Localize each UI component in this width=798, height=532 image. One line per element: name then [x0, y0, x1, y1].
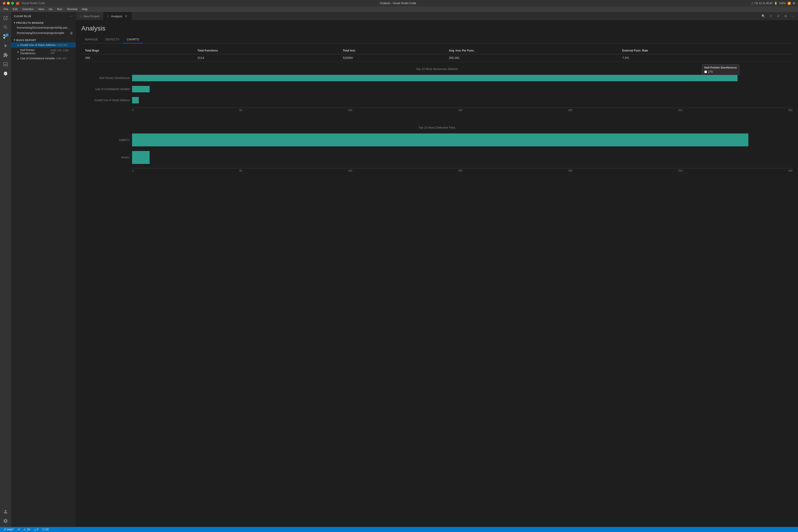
bar-fill-stack [132, 97, 139, 103]
more-actions-btn[interactable]: ··· [790, 13, 796, 19]
activity-search[interactable] [1, 23, 10, 32]
delete-icon[interactable]: 🗑 [70, 31, 73, 35]
menu-run[interactable]: Run [55, 7, 64, 11]
chevron-right-icon: ▶ [18, 51, 19, 53]
bar-fill-sqlite3 [132, 133, 748, 146]
menu-selection[interactable]: Selection [20, 7, 35, 11]
activity-run[interactable] [1, 41, 10, 50]
tab-new-project-icon: ◻ [79, 15, 81, 18]
chevron-right-icon: ▶ [18, 44, 19, 46]
bar-row-shell: /shell.c [132, 151, 793, 165]
status-errors[interactable]: ⚠ 1K [23, 528, 31, 531]
maximize-button[interactable] [11, 2, 14, 5]
activity-extensions[interactable] [1, 51, 10, 59]
sidebar-header-actions: ··· [68, 14, 73, 18]
status-sync[interactable]: ↺ [17, 528, 21, 531]
tab-new-project-label: New Project [83, 15, 99, 18]
refresh-btn[interactable]: ↺ [775, 13, 781, 19]
menu-edit[interactable]: Edit [11, 7, 19, 11]
bug-item-stack-address[interactable]: ▶ Invalid Use of Stack Address CWE-562 [11, 42, 76, 48]
search-editor-btn[interactable]: 🔍 [760, 13, 766, 19]
axis-label-200: 200 [568, 109, 572, 112]
menu-view[interactable]: View [36, 7, 46, 11]
bar-tooltip: Null Pointer Dereference 275 [702, 64, 739, 75]
bug-label-null: Null Pointer Dereference [20, 49, 50, 55]
tab-manage[interactable]: MANAGE [81, 36, 101, 43]
status-branch[interactable]: ⎇ main* [2, 528, 15, 531]
tab-analysis[interactable]: ◻ Analysis ✕ [103, 12, 132, 20]
tab-charts[interactable]: CHARTS [123, 36, 143, 43]
activity-bug[interactable] [1, 69, 10, 78]
bug-item-uninitialized[interactable]: ▶ Use of Uninitialized Variable CWE-457 [11, 56, 76, 61]
bar-label-stack: Invalid Use of Stack Address [81, 99, 130, 102]
menu-terminal[interactable]: Terminal [65, 7, 79, 11]
axis-label-250: 250 [678, 109, 682, 112]
chevron-down-icon: ▾ [14, 39, 16, 41]
bar-row-stack: Invalid Use of Stack Address [132, 96, 793, 104]
close-button[interactable] [3, 2, 5, 5]
menu-go[interactable]: Go [47, 7, 54, 11]
datetime: 二 7月 12 21:46:33 [751, 2, 772, 5]
bar-label-null-pointer: Null Pointer Dereference [81, 76, 130, 80]
main-layout: 6 CLEAR BLUE ··· [0, 12, 798, 527]
val-external-func: 7.2% [619, 54, 793, 62]
bugs-report-header[interactable]: ▾ BUGS REPORT [11, 38, 76, 42]
activity-account[interactable] [1, 508, 10, 516]
axis-label-150: 150 [458, 109, 462, 112]
sidebar: CLEAR BLUE ··· ▾ PROJECTS MANAGE /home/s… [11, 12, 76, 527]
titlebar-right: 二 7月 12 21:46:33 🔋 100% 📶 英 [751, 2, 795, 5]
activity-explorer[interactable] [1, 14, 10, 22]
split-editor-btn[interactable]: ⊞ [782, 13, 789, 19]
tooltip-title: Null Pointer Dereference [704, 66, 737, 69]
titlebar: 🍎 Visual Studio Code Analysis - Visual S… [0, 0, 798, 6]
bug-item-null-pointer[interactable]: ▶ Null Pointer Dereference CWE-476, CWE-… [11, 48, 76, 56]
analysis-content: Analysis MANAGE DEFECTS CHARTS Total Bug… [76, 20, 798, 527]
tab-bar: ◻ New Project ◻ Analysis ✕ 🔍 ↗ ↺ ⊞ ··· [76, 12, 798, 20]
tooltip-value: 275 [704, 70, 737, 73]
status-info[interactable]: ⓘ 63 [41, 528, 50, 532]
tab-analysis-close[interactable]: ✕ [124, 14, 128, 18]
col-avg-inst: Avg. Inst. Per Func. [445, 47, 619, 54]
tab-new-project[interactable]: ◻ New Project [76, 12, 103, 20]
axis-label-50: 50 [239, 169, 242, 172]
open-external-btn[interactable]: ↗ [767, 13, 774, 19]
tab-analysis-icon: ◻ [107, 15, 109, 18]
bar-label-uninit: Use of Uninitialized Variable [81, 88, 130, 91]
col-total-bugs: Total Bugs [81, 47, 194, 54]
chart-defects-axis: 0 50 100 150 200 250 300 [132, 108, 793, 112]
axis-label-0: 0 [132, 109, 133, 112]
activity-monitor[interactable] [1, 60, 10, 68]
menu-help[interactable]: Help [80, 7, 90, 11]
bar-row-null-pointer: Null Pointer Dereference Null Pointer De… [132, 74, 793, 82]
activity-settings[interactable] [1, 517, 10, 525]
status-bar: ⎇ main* ↺ ⚠ 1K △ 0 ⓘ 63 [0, 527, 798, 532]
val-total-functions: 2114 [194, 54, 339, 62]
projects-section-label: PROJECTS MANAGE [16, 21, 44, 24]
bar-label-shell: /shell.c [81, 156, 130, 159]
info-count: 63 [45, 528, 49, 531]
tab-defects[interactable]: DEFECTS [101, 36, 123, 43]
branch-name: main* [7, 528, 14, 531]
window-controls [3, 2, 14, 5]
chart-files: Top 10 Most Defective Files /sqlite3.c /… [81, 126, 793, 179]
axis-label-300: 300 [788, 169, 793, 172]
bug-label-stack: Invalid Use of Stack Address [20, 43, 56, 46]
val-total-bugs: 286 [81, 54, 194, 62]
project-item-http[interactable]: /home/siang/Documents/projects/http-par.… [11, 25, 76, 30]
projects-section-header[interactable]: ▾ PROJECTS MANAGE [11, 20, 76, 25]
minimize-button[interactable] [7, 2, 10, 5]
project-item-sqlite[interactable]: /home/siang/Documents/projects/sqlite 🗑 [11, 30, 76, 36]
status-warnings[interactable]: △ 0 [33, 528, 39, 531]
chart-files-axis: 0 50 100 150 200 250 300 [132, 168, 793, 172]
chart-files-title: Top 10 Most Defective Files [81, 126, 793, 129]
source-control-badge: 6 [5, 33, 9, 37]
axis-label-250: 250 [678, 169, 682, 172]
activity-source-control[interactable]: 6 [1, 32, 10, 41]
menu-file[interactable]: File [2, 7, 10, 11]
bugs-report-section: ▾ BUGS REPORT ▶ Invalid Use of Stack Add… [11, 38, 76, 61]
col-total-functions: Total Functions [194, 47, 339, 54]
wifi-icon: 📶 [787, 2, 791, 5]
sidebar-more-options[interactable]: ··· [68, 14, 73, 18]
menubar: File Edit Selection View Go Run Terminal… [0, 6, 798, 12]
analysis-title: Analysis [81, 25, 793, 32]
